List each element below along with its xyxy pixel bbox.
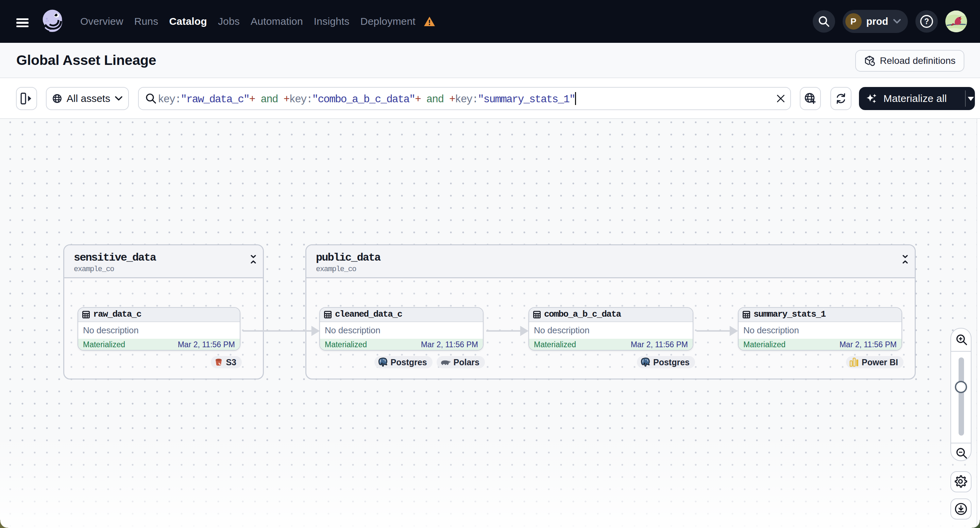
svg-text:?: ?	[924, 17, 929, 26]
